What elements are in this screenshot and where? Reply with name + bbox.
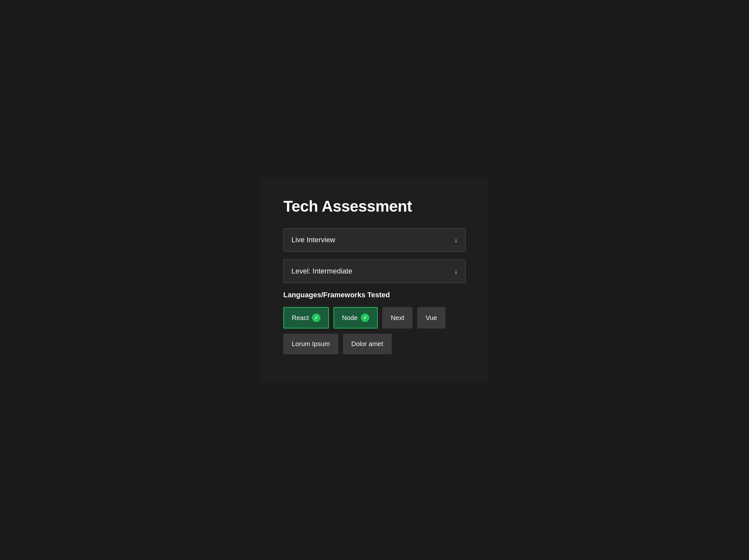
interview-type-dropdown[interactable]: Live Interview ↓ [283,228,466,252]
tags-row-1: React Node Next Vue [283,307,466,328]
tag-vue[interactable]: Vue [417,307,446,328]
tag-node-label: Node [342,314,358,322]
level-arrow: ↓ [454,267,457,275]
node-check-icon [361,314,369,322]
tag-next-label: Next [391,314,404,322]
tag-dolor-label: Dolor amet [351,340,383,348]
frameworks-label: Languages/Frameworks Tested [283,291,466,299]
tag-vue-label: Vue [426,314,437,322]
tags-row-2: Lorum Ipsum Dolor amet [283,334,466,354]
tag-node[interactable]: Node [334,307,378,328]
interview-type-arrow: ↓ [454,236,457,244]
tag-next[interactable]: Next [382,307,413,328]
tag-dolor[interactable]: Dolor amet [343,334,392,354]
react-check-icon [312,314,320,322]
page-title: Tech Assessment [283,197,466,215]
assessment-card: Tech Assessment Live Interview ↓ Level: … [260,178,489,382]
tag-lorum[interactable]: Lorum Ipsum [283,334,338,354]
tag-react[interactable]: React [283,307,329,328]
interview-type-value: Live Interview [292,236,336,244]
tag-react-label: React [292,314,309,322]
level-value: Level: Intermediate [292,267,352,276]
level-dropdown[interactable]: Level: Intermediate ↓ [283,259,466,283]
tag-lorum-label: Lorum Ipsum [292,340,330,348]
